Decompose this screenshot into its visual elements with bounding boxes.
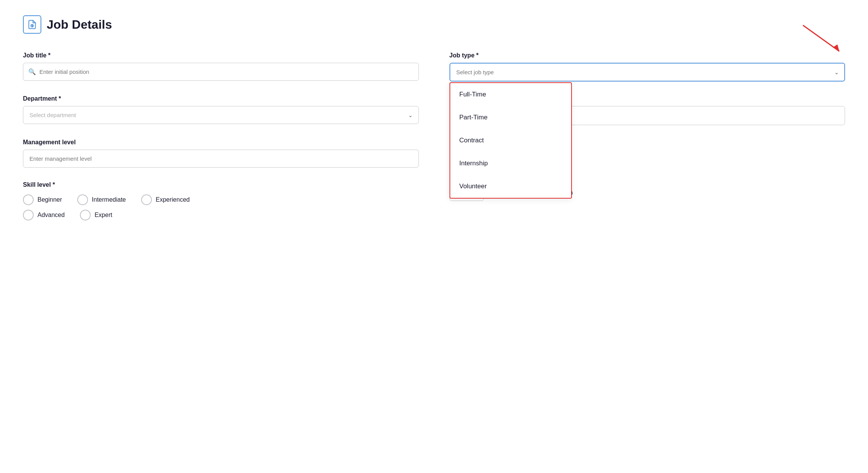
- radio-experienced[interactable]: Experienced: [141, 194, 190, 205]
- management-level-group: Management level: [23, 139, 419, 168]
- radio-circle-experienced: [141, 194, 152, 205]
- radio-expert[interactable]: Expert: [80, 210, 112, 220]
- job-type-dropdown: Full-Time Part-Time Contract Internship …: [449, 82, 572, 199]
- department-group: Department * Select department ⌄: [23, 95, 419, 125]
- job-type-group: Job type * ⌄ Full-Time Part-Time Contrac…: [449, 52, 845, 82]
- radio-circle-intermediate: [77, 194, 88, 205]
- department-label: Department *: [23, 95, 419, 102]
- radio-label-experienced: Experienced: [156, 196, 190, 203]
- document-clock-icon: [23, 15, 41, 34]
- job-title-group: Job title * 🔍: [23, 52, 419, 82]
- radio-circle-expert: [80, 210, 91, 220]
- radio-label-beginner: Beginner: [37, 196, 62, 203]
- radio-circle-advanced: [23, 210, 34, 220]
- skill-level-row-1: Beginner Intermediate Experienced: [23, 194, 419, 205]
- dropdown-item-part-time[interactable]: Part-Time: [450, 106, 571, 129]
- management-level-label: Management level: [23, 139, 419, 146]
- svg-marker-4: [833, 44, 839, 51]
- dropdown-item-contract[interactable]: Contract: [450, 129, 571, 152]
- page-title: Job Details: [47, 18, 112, 32]
- page-header: Job Details: [23, 15, 845, 34]
- job-type-select-wrapper: ⌄ Full-Time Part-Time Contract Internshi…: [449, 63, 845, 82]
- skill-level-label: Skill level *: [23, 181, 419, 188]
- radio-intermediate[interactable]: Intermediate: [77, 194, 126, 205]
- search-icon: 🔍: [28, 68, 36, 75]
- job-title-input[interactable]: [23, 63, 419, 81]
- dropdown-item-full-time[interactable]: Full-Time: [450, 83, 571, 106]
- skill-level-options: Beginner Intermediate Experienced Advanc…: [23, 194, 419, 220]
- radio-label-expert: Expert: [94, 212, 112, 219]
- radio-circle-beginner: [23, 194, 34, 205]
- department-select[interactable]: Select department: [23, 106, 419, 124]
- skill-level-row-2: Advanced Expert: [23, 210, 419, 220]
- dropdown-item-volunteer[interactable]: Volunteer: [450, 175, 571, 198]
- job-type-input[interactable]: [449, 63, 845, 82]
- management-level-input[interactable]: [23, 150, 419, 168]
- radio-beginner[interactable]: Beginner: [23, 194, 62, 205]
- radio-advanced[interactable]: Advanced: [23, 210, 65, 220]
- job-details-form: Job title * 🔍 Job type * ⌄ Full-Time Par…: [23, 52, 845, 220]
- job-title-input-wrapper: 🔍: [23, 63, 419, 81]
- dropdown-item-internship[interactable]: Internship: [450, 152, 571, 175]
- department-select-wrapper: Select department ⌄: [23, 106, 419, 124]
- svg-line-2: [32, 26, 33, 26]
- skill-level-group: Skill level * Beginner Intermediate Expe…: [23, 181, 419, 220]
- job-type-label: Job type *: [449, 52, 845, 59]
- radio-label-advanced: Advanced: [37, 212, 65, 219]
- radio-label-intermediate: Intermediate: [92, 196, 126, 203]
- job-title-label: Job title *: [23, 52, 419, 59]
